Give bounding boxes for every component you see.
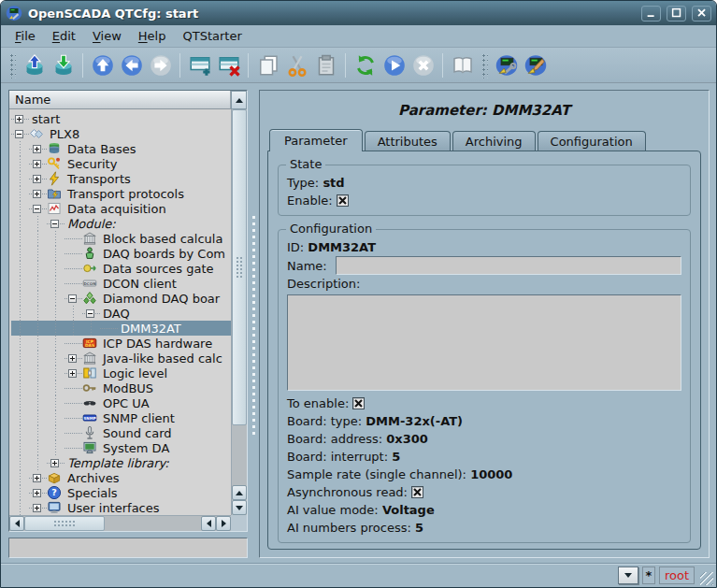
tree-item-diamond-daq-boar[interactable]: Diamond DAQ boar bbox=[11, 291, 231, 306]
collapse-icon[interactable] bbox=[50, 220, 59, 228]
resize-grip[interactable] bbox=[700, 572, 713, 585]
name-input[interactable] bbox=[336, 256, 681, 275]
expand-icon[interactable] bbox=[33, 175, 41, 183]
tab-configuration[interactable]: Configuration bbox=[538, 131, 646, 151]
go-back-button[interactable] bbox=[117, 50, 146, 79]
tree-item-label: User interfaces bbox=[65, 501, 163, 515]
vertical-scroll-up-button[interactable] bbox=[231, 91, 247, 109]
tab-archiving[interactable]: Archiving bbox=[452, 131, 536, 151]
delete-item-button[interactable] bbox=[214, 50, 243, 79]
tree-item-system-da[interactable]: System DA bbox=[11, 440, 231, 455]
start-updating-button[interactable] bbox=[380, 50, 409, 79]
expand-icon[interactable] bbox=[68, 369, 77, 378]
tree-item-data-bases[interactable]: Data Bases bbox=[11, 141, 231, 156]
tree-item-snmp-client[interactable]: SNMPSNMP client bbox=[11, 410, 231, 425]
paste-item-button[interactable] bbox=[311, 50, 340, 79]
load-from-db-button[interactable] bbox=[20, 50, 49, 79]
description-textarea[interactable] bbox=[287, 294, 681, 391]
tree-item-block-based-calcula[interactable]: Block based calcula bbox=[11, 231, 231, 246]
tree-item-data-sources-gate[interactable]: Data sources gate bbox=[11, 261, 231, 276]
tree-item-specials[interactable]: ?Specials bbox=[11, 485, 231, 500]
horizontal-scroll-left-button-2[interactable] bbox=[201, 516, 216, 531]
horizontal-scrollbar[interactable] bbox=[9, 515, 231, 531]
field-sample-rate-single-channel: Sample rate (single channel): 10000 bbox=[287, 466, 681, 483]
tree-item-logic-level[interactable]: Logic level bbox=[11, 366, 231, 380]
menu-edit[interactable]: Edit bbox=[44, 26, 84, 46]
svg-text:SNMP: SNMP bbox=[83, 416, 95, 421]
tree-item-data-acquisition[interactable]: Data acquisition bbox=[11, 201, 231, 216]
cut-item-button[interactable] bbox=[282, 50, 311, 79]
tree-item-module[interactable]: Module: bbox=[11, 216, 231, 231]
to-enable-checkbox[interactable] bbox=[352, 397, 365, 409]
scrollbar-corner bbox=[231, 515, 247, 531]
collapse-icon[interactable] bbox=[68, 294, 77, 303]
expand-icon[interactable] bbox=[33, 190, 41, 198]
stop-updating-button[interactable] bbox=[409, 50, 437, 79]
tree-item-dcon-client[interactable]: DCONDCON client bbox=[11, 276, 231, 291]
tree-item-daq-boards-by-com[interactable]: DAQ boards by Com bbox=[11, 246, 231, 261]
minimize-button[interactable] bbox=[641, 6, 661, 22]
tree-item-plx8[interactable]: PLX8 bbox=[11, 126, 231, 141]
horizontal-scrollbar-thumb[interactable] bbox=[24, 516, 105, 531]
manual-button[interactable] bbox=[448, 50, 477, 79]
refresh-button[interactable] bbox=[351, 50, 380, 79]
close-button[interactable] bbox=[692, 6, 711, 22]
add-item-button[interactable] bbox=[185, 50, 214, 79]
toolbar-handle[interactable] bbox=[480, 52, 488, 79]
tree-item-start[interactable]: start bbox=[11, 111, 231, 126]
tree-item-sound-card[interactable]: Sound card bbox=[11, 425, 231, 440]
expand-icon[interactable] bbox=[50, 459, 59, 467]
statusbar-dropdown-button[interactable] bbox=[618, 566, 638, 584]
tree-item-modbus[interactable]: ModBUS bbox=[11, 380, 231, 395]
qtvision-starter-button[interactable] bbox=[521, 50, 550, 79]
tree-item-user-interfaces[interactable]: User interfaces bbox=[11, 500, 231, 515]
left-panel-input[interactable] bbox=[8, 538, 248, 558]
expand-icon[interactable] bbox=[33, 489, 41, 497]
splitter-handle[interactable] bbox=[248, 90, 259, 558]
titlebar[interactable]: OpenSCADA QTCfg: start bbox=[1, 1, 716, 25]
tree-item-transport-protocols[interactable]: Transport protocols bbox=[11, 186, 231, 201]
expand-icon[interactable] bbox=[33, 474, 41, 482]
collapse-icon[interactable] bbox=[15, 130, 23, 138]
tree-item-archives[interactable]: Archives bbox=[11, 470, 231, 485]
copy-item-button[interactable] bbox=[253, 50, 282, 79]
tree-item-template-library[interactable]: Template library: bbox=[11, 455, 231, 470]
save-to-db-button[interactable] bbox=[49, 50, 78, 79]
expand-icon[interactable] bbox=[68, 354, 77, 363]
collapse-icon[interactable] bbox=[86, 309, 94, 318]
enable-checkbox[interactable] bbox=[337, 194, 349, 207]
menu-view[interactable]: View bbox=[84, 26, 130, 46]
tree-item-java-like-based-calc[interactable]: Java-like based calc bbox=[11, 351, 231, 366]
menu-qtstarter[interactable]: QTStarter bbox=[174, 26, 250, 46]
tree-header-name[interactable]: Name bbox=[9, 91, 231, 109]
collapse-icon[interactable] bbox=[33, 205, 41, 213]
tab-attributes[interactable]: Attributes bbox=[365, 131, 451, 151]
horizontal-scroll-left-button[interactable] bbox=[9, 516, 24, 531]
horizontal-scroll-right-button[interactable] bbox=[216, 516, 231, 531]
vertical-scrollbar-thumb[interactable] bbox=[232, 109, 247, 425]
tree-item-transports[interactable]: Transports bbox=[11, 171, 231, 186]
expand-icon[interactable] bbox=[15, 115, 23, 123]
tree-item-daq[interactable]: DAQ bbox=[11, 306, 231, 321]
expand-icon[interactable] bbox=[33, 504, 41, 512]
tree-item-opc-ua[interactable]: OPC UA bbox=[11, 395, 231, 410]
vertical-scrollbar[interactable] bbox=[231, 109, 247, 515]
go-up-button[interactable] bbox=[88, 50, 117, 79]
go-forward-button[interactable] bbox=[146, 50, 175, 79]
tree-item-dmm32at[interactable]: DMM32AT bbox=[11, 321, 231, 336]
menu-file[interactable]: File bbox=[7, 26, 44, 46]
expand-icon[interactable] bbox=[33, 160, 41, 168]
expand-icon[interactable] bbox=[33, 145, 41, 153]
tree-item-security[interactable]: Security bbox=[11, 156, 231, 171]
group-title: Configuration bbox=[286, 222, 376, 236]
toolbar-handle[interactable] bbox=[8, 52, 16, 79]
tree-item-icp-das-hardware[interactable]: ICPDASICP DAS hardware bbox=[11, 336, 231, 351]
vertical-scroll-up-button-2[interactable] bbox=[232, 485, 247, 500]
snmp-icon: SNMP bbox=[82, 410, 97, 425]
tab-parameter[interactable]: Parameter bbox=[269, 129, 363, 151]
qtcfg-starter-button[interactable] bbox=[492, 50, 521, 79]
maximize-button[interactable] bbox=[667, 6, 686, 22]
vertical-scroll-down-button[interactable] bbox=[232, 500, 247, 515]
asynchronous-read-checkbox[interactable] bbox=[411, 486, 423, 498]
menu-help[interactable]: Help bbox=[130, 26, 175, 46]
